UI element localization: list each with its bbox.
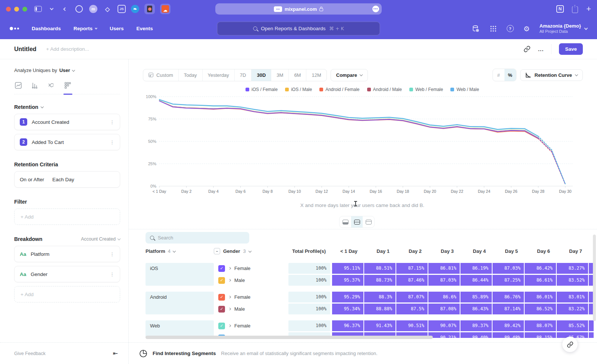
gender-cell[interactable]: ✓Male — [218, 277, 288, 284]
series-checkbox[interactable]: ✓ — [218, 306, 225, 313]
range-button-custom[interactable]: Custom — [143, 69, 179, 81]
breakdown-event-selector[interactable]: Account Created — [81, 236, 120, 242]
retention-value-cell[interactable]: 86.43% — [460, 304, 492, 314]
retention-value-cell[interactable]: 83.52% — [557, 275, 588, 286]
tab-insights[interactable] — [14, 81, 22, 90]
maximize-window-button[interactable] — [22, 7, 27, 12]
event-card-account-created[interactable]: 1 Account Created ⋮ — [14, 114, 120, 130]
series-checkbox[interactable]: ✓ — [218, 277, 225, 284]
platform-cell[interactable]: Web — [146, 320, 214, 338]
platform-cell[interactable]: iOS — [146, 263, 214, 286]
legend-item-android-male[interactable]: Android / Male — [367, 87, 402, 92]
url-bar[interactable]: mixpanel.com ••• — [215, 3, 382, 15]
retention-value-cell[interactable]: 96.37% — [332, 320, 363, 331]
expand-row-icon[interactable] — [228, 267, 231, 270]
expand-row-icon[interactable] — [228, 324, 231, 327]
give-feedback-link[interactable]: Give Feedback — [14, 351, 46, 356]
nav-item-users[interactable]: Users — [110, 26, 124, 31]
nav-item-events[interactable]: Events — [137, 26, 153, 31]
range-button-12m[interactable]: 12M — [306, 69, 326, 81]
bird-extension-icon[interactable]: ❧ — [131, 5, 139, 13]
retention-value-cell[interactable]: 86.52% — [525, 304, 556, 314]
expand-row-icon[interactable] — [228, 296, 231, 298]
kebab-menu-icon[interactable]: ⋮ — [110, 272, 115, 277]
kebab-menu-icon[interactable]: ⋮ — [110, 139, 115, 145]
retention-section-heading[interactable]: Retention — [14, 104, 120, 110]
retention-value-cell[interactable]: 85.89% — [460, 292, 492, 302]
gender-cell[interactable]: ✓Female — [218, 294, 288, 301]
analyze-uniques-value[interactable]: User — [59, 68, 70, 73]
breakdown-card-gender[interactable]: Aa Gender ⋮ — [14, 266, 120, 282]
cube-extension-icon[interactable]: ◇ — [103, 4, 112, 14]
retention-value-cell[interactable]: 86.42% — [525, 263, 556, 274]
retention-value-cell[interactable]: 87.15% — [396, 263, 428, 274]
sidebar-toggle-icon[interactable] — [34, 5, 42, 13]
ring-extension-icon[interactable] — [74, 4, 84, 14]
range-button-7d[interactable]: 7D — [235, 69, 252, 81]
retention-value-cell[interactable]: 88.73% — [364, 275, 396, 286]
day-column-header[interactable]: Day 3 — [426, 248, 459, 254]
retention-value-cell[interactable]: 86.19% — [460, 263, 492, 274]
kebab-menu-icon[interactable]: ⋮ — [110, 251, 115, 257]
retention-value-cell[interactable]: 86.76% — [493, 292, 524, 302]
more-options-button[interactable]: ... — [538, 46, 544, 52]
retention-value-cell[interactable]: 95.37% — [332, 275, 363, 286]
horizontal-scrollbar[interactable] — [146, 336, 433, 339]
retention-value-cell[interactable]: 88.15% — [525, 332, 556, 338]
retention-value-cell[interactable]: 83.22% — [557, 304, 588, 314]
retention-value-cell[interactable]: 95.29% — [332, 292, 363, 302]
retention-value-cell[interactable]: 87.46% — [396, 275, 428, 286]
legend-item-ios-female[interactable]: iOS / Female — [246, 87, 278, 92]
retention-value-cell[interactable]: 85.52% — [557, 320, 588, 331]
percent-values-toggle[interactable]: % — [504, 69, 516, 81]
retention-value-cell[interactable]: 89.42% — [493, 320, 524, 331]
day-column-header[interactable]: Day 4 — [459, 248, 491, 254]
retention-value-cell[interactable]: 91.43% — [364, 320, 396, 331]
retention-value-cell[interactable]: 83.27% — [557, 263, 588, 274]
retention-value-cell[interactable]: 86.81% — [428, 263, 460, 274]
gender-cell[interactable]: ✓Female — [218, 265, 288, 272]
retention-value-cell[interactable]: 95.11% — [332, 263, 363, 274]
day-column-header[interactable]: Day 7 — [555, 248, 587, 254]
vertical-scrollbar[interactable] — [593, 235, 596, 321]
retention-value-cell[interactable]: 90.07% — [428, 320, 460, 331]
retention-value-cell[interactable]: 88.07% — [525, 320, 556, 331]
segments-title[interactable]: Find Interesting Segments — [153, 351, 216, 356]
series-checkbox[interactable]: ✓ — [218, 294, 225, 301]
retention-value-cell[interactable]: 86.44% — [460, 275, 492, 286]
criteria-each-day[interactable]: Each Day — [52, 177, 74, 182]
retention-value-cell[interactable]: 86.6% — [428, 292, 460, 302]
retention-value-cell[interactable]: 87.25% — [493, 275, 524, 286]
retention-value-cell[interactable]: 83.01% — [557, 292, 588, 302]
range-button-3m[interactable]: 3M — [271, 69, 289, 81]
criteria-on-or-after[interactable]: On or After — [20, 177, 44, 182]
retention-value-cell[interactable]: 89.48% — [493, 332, 524, 338]
platform-cell[interactable]: Android — [146, 292, 214, 314]
gender-cell[interactable]: ✓Male — [218, 306, 288, 313]
day-column-header[interactable]: < 1 Day — [330, 248, 362, 254]
retention-value-cell[interactable]: 87.14% — [493, 304, 524, 314]
range-button-6m[interactable]: 6M — [289, 69, 306, 81]
range-button-yesterday[interactable]: Yesterday — [203, 69, 235, 81]
gender-cell[interactable]: ✓Female — [218, 323, 288, 329]
legend-item-web-male[interactable]: Web / Male — [450, 87, 479, 92]
retention-value-cell[interactable]: 87.07% — [396, 292, 428, 302]
day-column-header[interactable]: Day 2 — [394, 248, 426, 254]
retention-value-cell[interactable]: 90.21% — [428, 332, 460, 338]
day-column-header[interactable]: Day 5 — [491, 248, 523, 254]
series-checkbox[interactable]: ✓ — [218, 323, 225, 329]
retention-value-cell[interactable]: 87.5% — [396, 304, 428, 314]
apps-grid-icon[interactable] — [490, 25, 497, 32]
event-card-added-to-cart[interactable]: 2 Added To Cart ⋮ — [14, 134, 120, 150]
retention-value-cell[interactable]: 86.61% — [525, 275, 556, 286]
save-button[interactable]: Save — [559, 43, 583, 55]
add-description-field[interactable]: + Add description... — [46, 46, 89, 52]
retention-value-cell[interactable]: 88.88% — [364, 304, 396, 314]
data-governance-icon[interactable] — [472, 25, 480, 33]
expand-row-icon[interactable] — [228, 279, 231, 282]
series-checkbox[interactable]: ✓ — [218, 265, 225, 272]
legend-item-web-female[interactable]: Web / Female — [409, 87, 443, 92]
range-button-30d[interactable]: 30D — [251, 69, 271, 81]
table-search-input[interactable]: Search — [146, 232, 249, 244]
cloud-extension-icon[interactable]: ☁ — [160, 4, 171, 14]
